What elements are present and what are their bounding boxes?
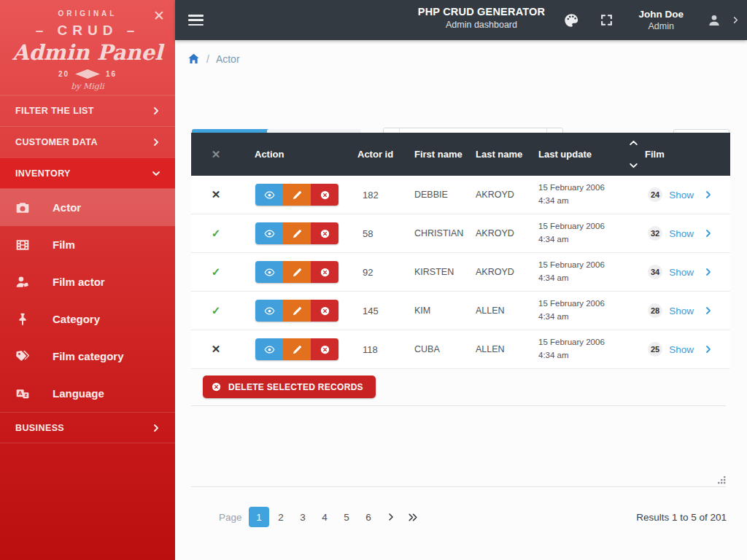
table-row: ✕ 118 CUBA ALLEN 15 February 2006 4:34 a… (191, 330, 730, 369)
brand-logo: ORIGINAL – CRUD – Admin Panel 20 16 by M… (0, 0, 175, 91)
sidebar-item-label: Film actor (53, 276, 105, 288)
user-menu[interactable]: John Doe Admin (638, 9, 684, 31)
sidebar-section-business[interactable]: BUSINESS (0, 412, 175, 443)
chevron-right-icon[interactable] (704, 306, 713, 315)
edit-button[interactable] (283, 184, 311, 206)
show-films-link[interactable]: Show (669, 267, 694, 278)
svg-text:A: A (18, 390, 23, 397)
edit-button[interactable] (283, 261, 311, 283)
page-button-2[interactable]: 2 (271, 507, 291, 527)
show-films-link[interactable]: Show (669, 344, 694, 355)
pencil-icon (292, 228, 303, 239)
column-header-last-name[interactable]: Last name (474, 149, 537, 160)
page-button-5[interactable]: 5 (336, 507, 357, 527)
logo-byline: by Migli (0, 82, 175, 91)
chevron-right-icon (387, 513, 395, 521)
sidebar-close-icon[interactable]: ✕ (153, 7, 165, 24)
sidebar-item-actor[interactable]: Actor (0, 189, 175, 226)
sidebar: ✕ ORIGINAL – CRUD – Admin Panel 20 16 by… (0, 0, 175, 560)
sidebar-item-film-category[interactable]: Film category (0, 338, 175, 375)
row-select-mark[interactable]: ✕ (191, 343, 241, 356)
row-select-mark[interactable]: ✓ (191, 265, 241, 279)
film-count-badge: 32 (648, 226, 662, 241)
fullscreen-icon[interactable] (600, 13, 614, 27)
tags-icon (15, 349, 30, 364)
show-films-link[interactable]: Show (669, 306, 694, 316)
pencil-icon (292, 306, 303, 316)
delete-row-button[interactable] (311, 184, 338, 206)
resize-grip[interactable] (718, 476, 726, 484)
chevron-right-icon[interactable] (704, 268, 713, 276)
sidebar-item-film-actor[interactable]: Film actor (0, 263, 175, 300)
sidebar-section-inventory[interactable]: INVENTORY (0, 158, 175, 189)
delete-row-button[interactable] (311, 338, 338, 360)
row-select-mark[interactable]: ✓ (191, 304, 241, 317)
chevron-right-icon (152, 138, 160, 147)
topbar-actions: John Doe Admin (563, 0, 747, 40)
delete-row-button[interactable] (311, 222, 338, 244)
pencil-icon (292, 267, 303, 278)
table-row: ✓ 58 CHRISTIAN AKROYD 15 February 2006 4… (191, 214, 730, 253)
sort-ascending-icon[interactable] (629, 139, 638, 148)
next-page-button[interactable] (380, 507, 402, 527)
film-count-badge: 34 (648, 265, 662, 279)
film-count-badge: 24 (648, 187, 662, 202)
page-button-1[interactable]: 1 (249, 507, 269, 527)
row-select-mark[interactable]: ✕ (191, 188, 241, 201)
delete-row-button[interactable] (311, 300, 338, 322)
chevron-right-icon[interactable] (704, 190, 713, 199)
film-count-badge: 25 (648, 342, 662, 357)
film-cell: 25 Show (643, 342, 730, 357)
sidebar-item-label: Film (53, 238, 75, 251)
show-films-link[interactable]: Show (669, 190, 694, 201)
column-header-last-update[interactable]: Last update (537, 149, 626, 160)
column-header-actor-id[interactable]: Actor id (356, 149, 413, 160)
user-avatar-icon[interactable] (707, 13, 721, 28)
sort-descending-icon[interactable] (629, 160, 638, 170)
page-button-4[interactable]: 4 (314, 507, 335, 527)
view-button[interactable] (255, 261, 283, 283)
sidebar-item-category[interactable]: Category (0, 300, 175, 338)
column-header-first-name[interactable]: First name (413, 149, 474, 160)
last-page-button[interactable] (402, 507, 424, 527)
sidebar-item-film[interactable]: Film (0, 226, 175, 263)
sidebar-item-label: Film category (53, 350, 124, 362)
table-row: ✕ 182 DEBBIE AKROYD 15 February 2006 4:3… (191, 176, 730, 214)
view-button[interactable] (255, 300, 283, 322)
page-button-6[interactable]: 6 (358, 507, 379, 527)
row-action-buttons (255, 300, 338, 322)
delete-selected-label: DELETE SELECTED RECORDS (228, 382, 363, 392)
show-films-link[interactable]: Show (669, 228, 694, 239)
chevron-right-icon[interactable] (704, 229, 713, 238)
first-name-cell: CUBA (413, 344, 474, 354)
view-button[interactable] (255, 184, 283, 206)
sidebar-section-filter-the-list[interactable]: FILTER THE LIST (0, 95, 175, 126)
section-label: FILTER THE LIST (15, 106, 94, 116)
logo-year-row: 20 16 (0, 69, 175, 79)
home-icon[interactable] (187, 52, 200, 65)
sidebar-nav: FILTER THE LIST CUSTOMER DATA INVENTORY … (0, 95, 175, 443)
view-button[interactable] (255, 222, 283, 244)
table-header-row: ✕ Action Actor id First name Last name L… (191, 133, 730, 176)
row-select-mark[interactable]: ✓ (191, 227, 241, 240)
sidebar-item-language[interactable]: Az Language (0, 375, 175, 412)
pencil-icon (292, 190, 303, 201)
circle-x-icon (320, 267, 330, 278)
edit-button[interactable] (283, 222, 311, 244)
delete-selected-button[interactable]: DELETE SELECTED RECORDS (203, 376, 376, 398)
edit-button[interactable] (283, 338, 311, 360)
page-button-3[interactable]: 3 (293, 507, 313, 527)
breadcrumb-current[interactable]: Actor (216, 53, 240, 65)
select-all-toggle[interactable]: ✕ (191, 148, 241, 161)
theme-palette-icon[interactable] (563, 12, 579, 28)
page-label: Page (219, 512, 242, 523)
section-label: CUSTOMER DATA (15, 137, 98, 147)
chevron-right-icon[interactable] (732, 16, 740, 24)
edit-button[interactable] (283, 300, 311, 322)
hamburger-menu-icon[interactable] (188, 15, 204, 26)
sidebar-section-customer-data[interactable]: CUSTOMER DATA (0, 126, 175, 158)
chevron-right-icon[interactable] (704, 345, 713, 354)
first-name-cell: KIRSTEN (413, 267, 474, 277)
view-button[interactable] (255, 338, 283, 360)
delete-row-button[interactable] (311, 261, 338, 283)
